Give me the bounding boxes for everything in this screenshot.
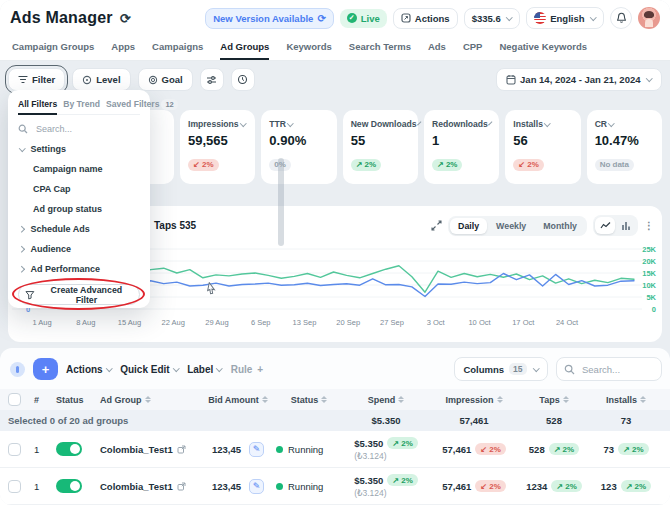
- filter-item-campaign-name[interactable]: Campaign name: [18, 159, 140, 179]
- nav-tab-apps[interactable]: Apps: [111, 41, 135, 60]
- filter-item-audience[interactable]: Audience: [18, 239, 140, 259]
- sliders-button[interactable]: [200, 68, 224, 91]
- nav-tab-keywords[interactable]: Keywords: [286, 41, 331, 60]
- new-version-button[interactable]: New Version Available ⟳: [205, 8, 334, 29]
- metric-value: 10.47%: [595, 133, 654, 148]
- column-header-#: #: [34, 395, 56, 405]
- create-advanced-filter-button[interactable]: Create Advanced Filter: [18, 284, 140, 305]
- ad-group-name[interactable]: Colombia_Test1: [100, 444, 200, 455]
- refresh-icon[interactable]: ⟳: [120, 11, 131, 26]
- line-chart-icon[interactable]: [595, 217, 615, 234]
- select-all-checkbox[interactable]: [8, 393, 21, 406]
- expand-icon[interactable]: [431, 220, 442, 231]
- filter-dropdown-panel: All FiltersBy TrendSaved Filters12 Setti…: [8, 90, 150, 308]
- status-toggle[interactable]: [56, 479, 82, 493]
- external-link-icon[interactable]: [177, 445, 186, 454]
- filter-item-settings[interactable]: Settings: [18, 139, 140, 159]
- filter-button[interactable]: Filter: [8, 68, 65, 91]
- column-header-status[interactable]: Status: [276, 395, 342, 405]
- language-dropdown[interactable]: English: [526, 7, 604, 29]
- filter-tab-by-trend[interactable]: By Trend: [63, 99, 100, 109]
- view-weekly[interactable]: Weekly: [488, 218, 534, 234]
- columns-button[interactable]: Columns 15: [454, 357, 548, 381]
- y-tick-label: 20K: [642, 257, 656, 266]
- external-link-icon[interactable]: [177, 482, 186, 491]
- filter-search-input[interactable]: [34, 123, 124, 135]
- table-search-input[interactable]: [580, 363, 650, 376]
- summary-spend: $5.350: [342, 415, 430, 426]
- nav-tab-search-terms[interactable]: Search Terms: [349, 41, 411, 60]
- filter-tab-all-filters[interactable]: All Filters: [18, 99, 57, 109]
- metric-card-new-downloads[interactable]: New Downloads55↗ 2%: [343, 110, 418, 184]
- column-header-label: #: [34, 395, 39, 405]
- actions-dropdown[interactable]: Actions: [66, 364, 112, 375]
- chart-menu-icon[interactable]: ⋮: [644, 220, 654, 231]
- metric-label: Installs: [513, 119, 572, 129]
- row-checkbox[interactable]: [8, 480, 21, 493]
- metric-card-redownloads[interactable]: Redownloads1↗ 2%: [424, 110, 499, 184]
- row-checkbox[interactable]: [8, 443, 21, 456]
- nav-tab-ads[interactable]: Ads: [428, 41, 446, 60]
- view-monthly[interactable]: Monthly: [535, 218, 585, 234]
- nav-tab-ad-groups[interactable]: Ad Groups: [220, 41, 269, 60]
- date-range-picker[interactable]: Jan 14, 2024 - Jan 21, 2024: [496, 68, 662, 91]
- sort-icon[interactable]: [398, 396, 404, 404]
- filter-tab-saved-filters[interactable]: Saved Filters12: [106, 99, 178, 109]
- filter-item-schedule-ads[interactable]: Schedule Ads: [18, 219, 140, 239]
- ads-manager-app: Ads Manager ⟳ New Version Available ⟳ ✓ …: [0, 0, 670, 505]
- edit-bid-button[interactable]: ✎: [249, 442, 264, 457]
- level-button[interactable]: Level: [72, 68, 130, 91]
- column-header-ad-group[interactable]: Ad Group: [100, 395, 200, 405]
- edit-bid-button[interactable]: ✎: [249, 479, 264, 494]
- filter-item-label: Campaign name: [33, 164, 103, 174]
- filter-item-label: Ad Performance: [31, 264, 101, 274]
- sort-icon[interactable]: [497, 396, 503, 404]
- nav-tab-campaigns[interactable]: Campaigns: [152, 41, 203, 60]
- column-header-bid-amount[interactable]: Bid Amount: [200, 395, 276, 405]
- filter-item-cpa-cap[interactable]: CPA Cap: [18, 179, 140, 199]
- impression-cell: 57,461↙ 2%: [430, 480, 518, 492]
- nav-tab-negative-keywords[interactable]: Negative Keywords: [499, 41, 587, 60]
- taps-value: 528: [529, 444, 545, 455]
- scrollbar-thumb[interactable]: [278, 158, 284, 246]
- sliders-icon: [206, 75, 217, 85]
- metric-card-ttr[interactable]: TTR0.90%0%: [261, 110, 336, 184]
- sort-icon[interactable]: [321, 396, 327, 404]
- sort-icon[interactable]: [563, 396, 569, 404]
- history-button[interactable]: [231, 68, 255, 91]
- filter-search[interactable]: [18, 123, 140, 135]
- sort-icon[interactable]: [262, 396, 268, 404]
- column-header-installs[interactable]: Installs: [590, 395, 662, 405]
- metric-card-impressions[interactable]: Impressions59,565↙ 2%: [180, 110, 255, 184]
- metric-label: Redownloads: [432, 119, 491, 129]
- rule-add-button[interactable]: Rule +: [231, 364, 263, 375]
- actions-button[interactable]: Actions: [393, 8, 458, 29]
- label-dropdown[interactable]: Label: [187, 364, 223, 375]
- sort-icon[interactable]: [640, 396, 646, 404]
- quick-edit-dropdown[interactable]: Quick Edit: [120, 364, 179, 375]
- user-avatar[interactable]: [638, 7, 660, 29]
- table-search[interactable]: [556, 357, 662, 381]
- add-button[interactable]: +: [33, 358, 58, 380]
- info-icon[interactable]: [10, 362, 25, 377]
- filter-item-ad-group-status[interactable]: Ad group status: [18, 199, 140, 219]
- bar-chart-icon[interactable]: [616, 217, 636, 234]
- table-row[interactable]: 1Colombia_Test1123,45✎Running$5.350↗ 2%(…: [0, 468, 670, 505]
- column-header-taps[interactable]: Taps: [518, 395, 590, 405]
- filter-item-ad-performance[interactable]: Ad Performance: [18, 259, 140, 279]
- metric-card-installs[interactable]: Installs56↙ 2%: [505, 110, 580, 184]
- status-toggle[interactable]: [56, 442, 82, 456]
- column-header-spend[interactable]: Spend: [342, 395, 430, 405]
- balance-dropdown[interactable]: $335.6: [464, 8, 521, 29]
- metric-card-cr[interactable]: CR10.47%No data: [587, 110, 662, 184]
- table-row[interactable]: 1Colombia_Test1123,45✎Running$5.350↗ 2%(…: [0, 431, 670, 468]
- page-title: Ads Manager: [10, 9, 113, 27]
- column-header-impression[interactable]: Impression: [430, 395, 518, 405]
- nav-tab-cpp[interactable]: CPP: [463, 41, 483, 60]
- ad-group-name[interactable]: Colombia_Test1: [100, 481, 200, 492]
- notifications-button[interactable]: [610, 7, 632, 29]
- nav-tab-campaign-groups[interactable]: Campaign Groups: [12, 41, 94, 60]
- sort-icon[interactable]: [145, 396, 151, 404]
- view-daily[interactable]: Daily: [450, 218, 487, 234]
- goal-button[interactable]: Goal: [138, 68, 193, 91]
